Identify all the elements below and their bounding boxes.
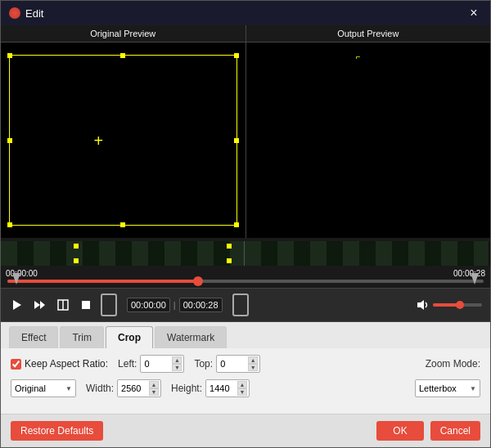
crop-overlay[interactable] (9, 55, 237, 226)
volume-thumb[interactable] (456, 301, 464, 309)
progress-thumb[interactable] (193, 276, 203, 286)
original-dropdown-value: Original (15, 383, 46, 393)
crop-handle-tl[interactable] (7, 53, 12, 58)
footer: Restore Defaults OK Cancel (1, 414, 490, 447)
title-bar-left: Edit (9, 7, 43, 20)
time-row: 00:00:00 00:00:28 (6, 269, 485, 278)
crop-settings-panel: Keep Aspect Ratio: Left: ▲ ▼ Top: ▲ (1, 348, 490, 414)
tab-trim[interactable]: Trim (60, 326, 104, 348)
crop-handle-tr[interactable] (234, 53, 239, 58)
tabs-area: Effect Trim Crop Watermark (1, 322, 490, 348)
clip-icon (56, 298, 70, 311)
svg-rect-5 (82, 301, 90, 309)
top-up-arrow[interactable]: ▲ (248, 356, 258, 364)
left-label: Left: (118, 358, 137, 370)
time-separator: | (173, 300, 176, 310)
height-down-arrow[interactable]: ▼ (237, 388, 247, 396)
progress-track[interactable] (7, 280, 484, 283)
letterbox-dropdown[interactable]: Letterbox ▼ (415, 379, 480, 397)
original-dropdown-arrow: ▼ (65, 385, 72, 392)
ok-button[interactable]: OK (376, 421, 423, 441)
crop-row-1: Keep Aspect Ratio: Left: ▲ ▼ Top: ▲ (11, 355, 480, 373)
cancel-button[interactable]: Cancel (430, 421, 480, 441)
crop-handle-bl[interactable] (7, 222, 12, 227)
clip-button[interactable] (55, 297, 71, 313)
step-forward-icon (34, 298, 47, 311)
original-preview-content: + (1, 43, 246, 238)
crop-row-2: Original ▼ Width: ▲ ▼ Height: (11, 379, 480, 397)
volume-icon (417, 298, 430, 311)
strip-handle-bl[interactable] (74, 258, 79, 263)
strip-handle-tr[interactable] (227, 244, 232, 249)
crop-handle-bm[interactable] (120, 222, 125, 227)
height-value[interactable] (209, 383, 239, 393)
svg-marker-0 (13, 300, 21, 310)
right-crop-indicator: ⌐ (356, 52, 361, 61)
close-button[interactable]: × (466, 5, 482, 21)
footer-right: OK Cancel (376, 421, 480, 441)
progress-bar-area: 00:00:00 00:00:28 (1, 267, 490, 286)
edit-dialog: Edit × Original Preview + (0, 0, 491, 448)
crop-handle-tm[interactable] (120, 53, 125, 58)
keep-aspect-ratio-label[interactable]: Keep Aspect Ratio: (11, 358, 108, 370)
width-value[interactable] (121, 383, 151, 393)
height-up-arrow[interactable]: ▲ (237, 381, 247, 388)
video-strip (1, 241, 490, 266)
letterbox-dropdown-value: Letterbox (419, 383, 457, 393)
width-field-group: Width: ▲ ▼ (86, 379, 161, 397)
original-preview-label: Original Preview (1, 25, 246, 43)
left-value[interactable] (144, 359, 173, 369)
progress-fill (7, 280, 198, 283)
left-down-arrow[interactable]: ▼ (172, 364, 182, 371)
top-field-group: Top: ▲ ▼ (194, 355, 260, 373)
restore-defaults-button[interactable]: Restore Defaults (11, 421, 103, 441)
width-up-arrow[interactable]: ▲ (149, 381, 159, 388)
time-display: 00:00:00 | 00:00:28 (127, 298, 223, 312)
dialog-title: Edit (25, 7, 43, 20)
step-forward-button[interactable] (32, 297, 48, 313)
height-spin-arrows: ▲ ▼ (237, 381, 247, 396)
svg-marker-6 (417, 300, 424, 310)
left-up-arrow[interactable]: ▲ (172, 356, 182, 364)
zoom-mode-label: Zoom Mode: (426, 358, 480, 370)
volume-track[interactable] (433, 303, 482, 307)
tab-effect[interactable]: Effect (9, 326, 58, 348)
output-preview-label: Output Preview (246, 25, 491, 43)
zoom-mode-label-area: Zoom Mode: (426, 358, 480, 370)
play-button[interactable] (9, 297, 25, 313)
strip-handle-br[interactable] (227, 258, 232, 263)
keep-aspect-ratio-checkbox[interactable] (11, 359, 21, 370)
stop-icon (79, 298, 92, 311)
left-input[interactable]: ▲ ▼ (140, 355, 184, 373)
crop-handle-mr[interactable] (234, 138, 239, 143)
letterbox-dropdown-area: Letterbox ▼ (415, 379, 480, 397)
crop-handle-ml[interactable] (7, 138, 12, 143)
end-time-label: 00:00:28 (453, 269, 485, 278)
top-spin-arrows: ▲ ▼ (248, 356, 258, 371)
original-dropdown[interactable]: Original ▼ (11, 379, 76, 397)
stop-button[interactable] (78, 297, 94, 313)
svg-marker-2 (40, 301, 45, 309)
width-label: Width: (86, 383, 114, 394)
title-bar: Edit × (1, 1, 490, 25)
height-input[interactable]: ▲ ▼ (205, 379, 250, 397)
top-label: Top: (194, 358, 213, 370)
crop-handle-br[interactable] (234, 222, 239, 227)
tab-watermark[interactable]: Watermark (155, 326, 227, 348)
left-field-group: Left: ▲ ▼ (118, 355, 184, 373)
preview-area: Original Preview + Output Preview ⌐ (1, 25, 490, 238)
top-down-arrow[interactable]: ▼ (248, 364, 258, 371)
start-time-label: 00:00:00 (6, 269, 38, 278)
tab-crop[interactable]: Crop (106, 326, 153, 348)
top-value[interactable] (220, 359, 250, 369)
playhead-right[interactable] (471, 273, 479, 284)
strip-handle-tl[interactable] (74, 244, 79, 249)
phone-icon (101, 293, 117, 316)
width-down-arrow[interactable]: ▼ (149, 388, 159, 396)
output-preview-content: ⌐ (246, 43, 491, 238)
width-input[interactable]: ▲ ▼ (117, 379, 161, 397)
letterbox-dropdown-arrow: ▼ (470, 385, 476, 392)
top-input[interactable]: ▲ ▼ (216, 355, 260, 373)
keep-aspect-ratio-text: Keep Aspect Ratio: (25, 358, 108, 370)
total-time: 00:00:28 (179, 298, 223, 312)
